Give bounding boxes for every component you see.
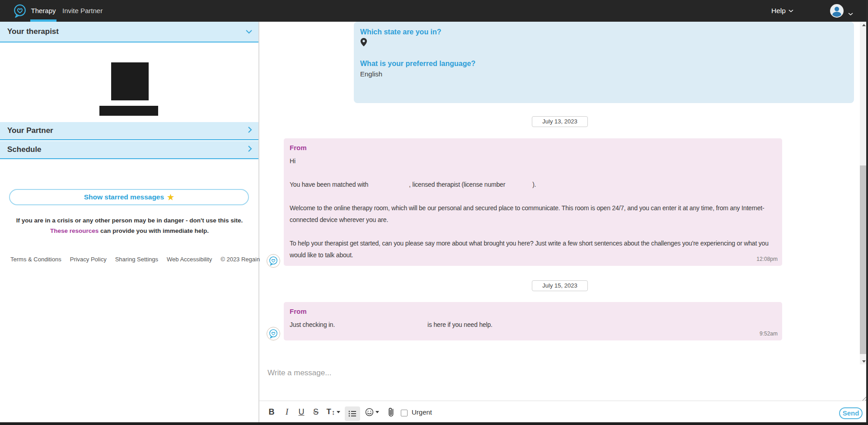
bulleted-list-button[interactable] xyxy=(345,406,360,421)
window-bottom-edge xyxy=(0,422,868,425)
crisis-resources-link[interactable]: These resources xyxy=(50,227,99,234)
web-accessibility-link[interactable]: Web Accessibility xyxy=(167,256,212,263)
send-button[interactable]: Send xyxy=(839,407,863,419)
message-sender-label: From xyxy=(290,144,775,151)
attachment-button[interactable] xyxy=(384,401,398,423)
message-timestamp: 9:52am xyxy=(760,331,778,337)
terms-link[interactable]: Terms & Conditions xyxy=(10,256,61,263)
avatar-person-icon xyxy=(835,7,839,11)
location-pin-icon xyxy=(361,38,367,48)
help-menu[interactable]: Help xyxy=(771,0,793,22)
chevron-right-icon xyxy=(248,146,252,154)
message-greeting: Hi xyxy=(290,155,775,167)
account-menu-chevron-icon[interactable] xyxy=(848,9,853,18)
urgent-label[interactable]: Urgent xyxy=(412,401,432,423)
schedule-label: Schedule xyxy=(7,141,42,158)
therapist-message-avatar xyxy=(267,254,280,268)
updown-arrow-icon: ↕ xyxy=(332,408,335,416)
intake-question-language: What is your preferred language? xyxy=(360,60,475,68)
bold-button[interactable]: B xyxy=(264,401,279,423)
therapist-name-redacted xyxy=(99,106,158,116)
intake-questions-card: Which state are you in? What is your pre… xyxy=(354,22,854,103)
copyright-text: © 2023 Regain xyxy=(221,256,260,263)
text-size-button[interactable]: T↕ xyxy=(324,401,343,423)
help-label: Help xyxy=(771,7,786,14)
message-checkin-line: Just checking in.is here if you need hel… xyxy=(290,319,775,331)
user-avatar[interactable] xyxy=(830,4,844,18)
message-sender-label: From xyxy=(290,307,775,315)
starred-button-label: Show starred messages xyxy=(84,193,164,201)
smiley-icon xyxy=(365,408,374,416)
message-matched-line: You have been matched with, licensed the… xyxy=(290,179,775,190)
sidebar-footer: Terms & Conditions Privacy Policy Sharin… xyxy=(10,256,254,263)
sharing-settings-link[interactable]: Sharing Settings xyxy=(115,256,158,263)
therapist-message-avatar xyxy=(267,327,280,340)
underline-button[interactable]: U xyxy=(294,401,309,423)
chevron-down-icon xyxy=(246,28,252,36)
bulleted-list-icon xyxy=(348,410,357,417)
regain-therapy-app: Therapy Invite Partner Help Your therapi… xyxy=(0,0,868,425)
tab-therapy[interactable]: Therapy xyxy=(30,0,56,22)
show-starred-messages-button[interactable]: Show starred messages ★ xyxy=(9,189,249,205)
message-help-paragraph: To help your therapist get started, can … xyxy=(290,237,775,261)
chevron-down-icon xyxy=(788,9,793,13)
sidebar: Your therapist Your Partner Schedule Sho… xyxy=(0,22,259,423)
therapist-photo-redacted xyxy=(111,62,149,100)
regain-logo-icon xyxy=(13,4,27,18)
therapist-message: From Just checking in.is here if you nee… xyxy=(284,302,782,340)
chevron-right-icon xyxy=(248,127,252,135)
urgent-checkbox[interactable] xyxy=(401,410,408,416)
message-input[interactable] xyxy=(260,364,860,400)
sidebar-section-your-partner[interactable]: Your Partner xyxy=(0,122,258,140)
privacy-link[interactable]: Privacy Policy xyxy=(70,256,107,263)
date-divider: July 15, 2023 xyxy=(532,280,588,291)
strikethrough-button[interactable]: S xyxy=(308,401,324,423)
composer-toolbar: B I U S T↕ Urgent Send xyxy=(259,401,868,423)
your-partner-label: Your Partner xyxy=(7,122,53,139)
date-divider: July 13, 2023 xyxy=(532,116,588,127)
italic-button[interactable]: I xyxy=(279,401,295,423)
dropdown-arrow-icon xyxy=(337,411,340,413)
paperclip-icon xyxy=(388,407,394,417)
window-right-edge xyxy=(866,0,868,425)
intake-question-state: Which state are you in? xyxy=(360,28,441,36)
tab-invite-partner[interactable]: Invite Partner xyxy=(62,0,103,22)
sidebar-section-schedule[interactable]: Schedule xyxy=(0,141,258,159)
crisis-warning-text: If you are in a crisis or any other pers… xyxy=(9,215,250,236)
message-welcome-paragraph: Welcome to the online therapy room, whic… xyxy=(290,202,775,226)
star-icon: ★ xyxy=(167,193,174,202)
emoji-button[interactable] xyxy=(361,401,382,423)
top-navbar: Therapy Invite Partner Help xyxy=(0,0,868,22)
intake-answer-language: English xyxy=(360,70,382,78)
sidebar-section-your-therapist[interactable]: Your therapist xyxy=(0,22,258,42)
message-timestamp: 12:08pm xyxy=(756,256,778,262)
dropdown-arrow-icon xyxy=(375,411,379,413)
your-therapist-label: Your therapist xyxy=(7,22,59,42)
therapist-message: From Hi You have been matched with, lice… xyxy=(284,138,782,266)
